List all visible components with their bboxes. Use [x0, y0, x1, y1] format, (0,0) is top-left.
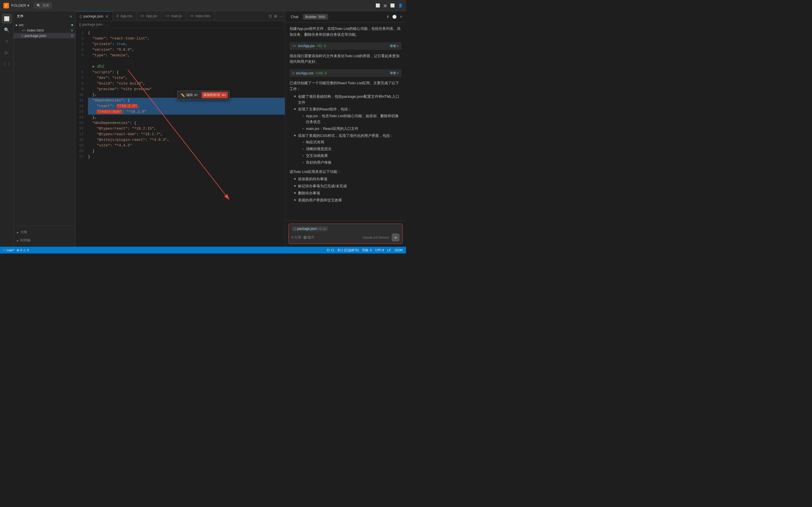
folder-name[interactable]: FOLDER ▾ — [11, 3, 29, 8]
code-editor[interactable]: 1 { 2 "name": "react-todo-list", 3 "priv… — [75, 28, 285, 247]
chat-message-2: 现在我们需要添加样式文件来美化Todo List的界面，让它看起来更加现代和用户… — [290, 53, 402, 65]
code-line-21: 21 } — [75, 154, 285, 160]
status-errors[interactable]: ⊗ 0 ⚠ 0 — [17, 248, 29, 252]
outline-section[interactable]: ▸ 大纲 — [13, 228, 75, 236]
chat-header: Chat Builder Beta ⬆ 🕐 ✕ — [285, 11, 406, 22]
review-button[interactable]: 审查 > — [390, 44, 399, 48]
status-branch[interactable]: ⑃ main* — [3, 248, 14, 252]
tab-close-icon[interactable]: ✕ — [105, 14, 109, 18]
tab-app-jsx[interactable]: <> App.jsx — [137, 11, 161, 21]
code-line-17: 17 "@types/react-dom": "^18.2.7", — [75, 131, 285, 137]
account-icon[interactable]: 👤 — [398, 3, 403, 8]
status-cursor[interactable]: 行 11，列 1 (已选择70) — [327, 248, 359, 252]
status-indent[interactable]: 空格: 4 — [362, 248, 371, 252]
code-line-5b: ▶ 调试 — [75, 64, 285, 69]
code-line-15: 15 "devDependencies": { — [75, 120, 285, 126]
tab-chat[interactable]: Chat — [289, 13, 301, 20]
chevron-right-icon: ▸ — [17, 238, 18, 242]
layout-icon[interactable]: ⊞ — [274, 14, 277, 18]
status-eol[interactable]: LF — [388, 248, 391, 252]
error-icon: ⊗ — [17, 248, 19, 252]
tab-builder[interactable]: Builder Beta — [303, 14, 328, 20]
breadcrumb: {} package.json / ... — [75, 21, 285, 28]
sidebar-filter-icon[interactable]: ≡ — [70, 15, 72, 18]
chat-content: 创建App.jsx组件文件，实现Todo List的核心功能，包括任务列表、添加… — [285, 22, 406, 221]
tab-more[interactable]: ⊡ ⊞ ··· — [266, 11, 285, 21]
bullet-list-1: 创建了项目基础结构，包括package.json配置文件和HTML入口文件 实现… — [290, 94, 402, 166]
chevron-right-icon: ▸ — [16, 23, 18, 27]
code-line-14: 14 }, — [75, 115, 285, 120]
file-tree: ▸ src </> index.html U {} package.json U — [13, 21, 75, 226]
activity-search[interactable]: 🔍 — [2, 25, 12, 35]
context-add-to-chat[interactable]: 添加到对话 ⌘U — [202, 92, 228, 98]
chat-input-toolbar: # 引用 🖼 图片 Claude-3.5-Sonnet ➤ — [292, 233, 400, 241]
image-icon[interactable]: 🖼 图片 — [303, 235, 314, 240]
share-icon[interactable]: ⬆ — [386, 15, 389, 19]
quote-icon[interactable]: # 引用 — [292, 235, 301, 240]
layout-center-icon[interactable]: ▣ — [384, 3, 387, 8]
file-ref-app-jsx: <> src/App.jsx +62 -0 审查 > — [290, 42, 402, 50]
code-line-12: 12 "react": "^18.2.0", — [75, 103, 285, 109]
chat-message-3: 已成功创建了一个功能完整的React Todo List应用。主要完成了以下工作… — [290, 80, 402, 165]
chat-input-file-tag[interactable]: {} package.json 11-13 — [292, 226, 328, 231]
close-icon[interactable]: ✕ — [400, 15, 403, 19]
send-button[interactable]: ➤ — [392, 233, 400, 241]
search-icon: 🔍 — [37, 4, 41, 8]
layout-left-icon[interactable]: ⬜ — [375, 3, 380, 8]
layout-right-icon[interactable]: ⬜ — [390, 3, 395, 8]
file-icon: {} — [79, 22, 81, 26]
history-icon[interactable]: 🕐 — [392, 15, 397, 19]
status-right: 行 11，列 1 (已选择70) 空格: 4 UTF-8 LF JSON — [327, 248, 403, 252]
status-encoding[interactable]: UTF-8 — [375, 248, 384, 252]
git-icon: ⑃ — [3, 248, 5, 252]
context-menu: ✏️ 编辑 ⌘I 添加到对话 ⌘U — [177, 91, 230, 100]
tab-app-css[interactable]: # App.css — [113, 11, 137, 21]
status-bar: ⑃ main* ⊗ 0 ⚠ 0 行 11，列 1 (已选择70) 空格: 4 U… — [0, 247, 406, 253]
chevron-right-icon: ▸ — [17, 230, 18, 234]
chat-input-box[interactable]: {} package.json 11-13 # 引用 🖼 图片 Claude-3… — [289, 224, 403, 244]
activity-debug[interactable]: ▷ — [2, 47, 12, 57]
split-editor-icon[interactable]: ⊡ — [269, 14, 272, 18]
code-line-7: 7 "dev": "vite", — [75, 75, 285, 81]
timeline-section[interactable]: ▸ 时间轴 — [13, 236, 75, 244]
code-line-3: 3 "private": true, — [75, 41, 285, 47]
chat-panel: Chat Builder Beta ⬆ 🕐 ✕ 创建App.jsx组件文件，实现… — [285, 11, 406, 247]
bullet-list-2: 添加新的待办事项 标记待办事项为已完成/未完成 删除待办事项 美观的用户界面和交… — [290, 176, 402, 203]
search-bar[interactable]: 🔍 搜索 — [34, 2, 52, 9]
activity-git[interactable]: ⑃ — [2, 36, 12, 46]
chat-header-actions: ⬆ 🕐 ✕ — [386, 15, 403, 19]
more-icon[interactable]: ··· — [280, 14, 283, 18]
tab-index-htm[interactable]: <> index.htm — [186, 11, 214, 21]
activity-extensions[interactable]: ⋮⋮ — [2, 59, 12, 69]
chat-input-right: Claude-3.5-Sonnet ➤ — [363, 233, 400, 241]
status-left: ⑃ main* ⊗ 0 ⚠ 0 — [3, 248, 29, 252]
code-line-4: 4 "version": "0.0.0", — [75, 47, 285, 53]
file-ref-app-css: # src/App.css +100 -0 审查 > — [290, 69, 402, 77]
activity-explorer[interactable]: ⬜ — [2, 13, 12, 24]
titlebar-actions: ⬜ ▣ ⬜ 👤 — [375, 3, 403, 8]
sidebar-header: 文件 ≡ — [13, 11, 75, 21]
app-logo: F — [3, 3, 9, 8]
file-package-json[interactable]: {} package.json U — [13, 33, 75, 38]
edit-icon: ✏️ — [181, 93, 185, 97]
review-button-2[interactable]: 审查 > — [390, 71, 399, 75]
code-line-5: 5 "type": "module", — [75, 53, 285, 64]
file-index-html[interactable]: </> index.html U — [13, 27, 75, 33]
code-line-2: 2 "name": "react-todo-list", — [75, 36, 285, 41]
context-edit[interactable]: ✏️ 编辑 ⌘I — [179, 92, 199, 98]
file-icon: <> — [292, 44, 296, 48]
file-icon: # — [292, 71, 294, 75]
code-line-1: 1 { — [75, 30, 285, 36]
code-line-16: 16 "@types/react": "^18.2.15", — [75, 126, 285, 131]
tab-main-js[interactable]: <> main.js — [161, 11, 186, 21]
code-line-18: 18 "@vitejs/plugin-react": "^4.0.3", — [75, 137, 285, 143]
editor-area: {} package.json ✕ # App.css <> App.jsx <… — [75, 11, 285, 247]
status-language[interactable]: JSON — [395, 248, 403, 252]
bullet-item-1: 创建了项目基础结构，包括package.json配置文件和HTML入口文件 — [294, 94, 402, 106]
code-line-8: 8 "build": "vite build", — [75, 81, 285, 87]
bullet-item-2: 实现了主要的React组件，包括： App.jsx：包含Todo List的核心… — [294, 107, 402, 131]
tab-package-json[interactable]: {} package.json ✕ — [75, 11, 113, 21]
model-label: Claude-3.5-Sonnet — [363, 236, 389, 239]
code-line-6: 6 "scripts": { — [75, 69, 285, 75]
folder-src[interactable]: ▸ src — [13, 22, 75, 27]
